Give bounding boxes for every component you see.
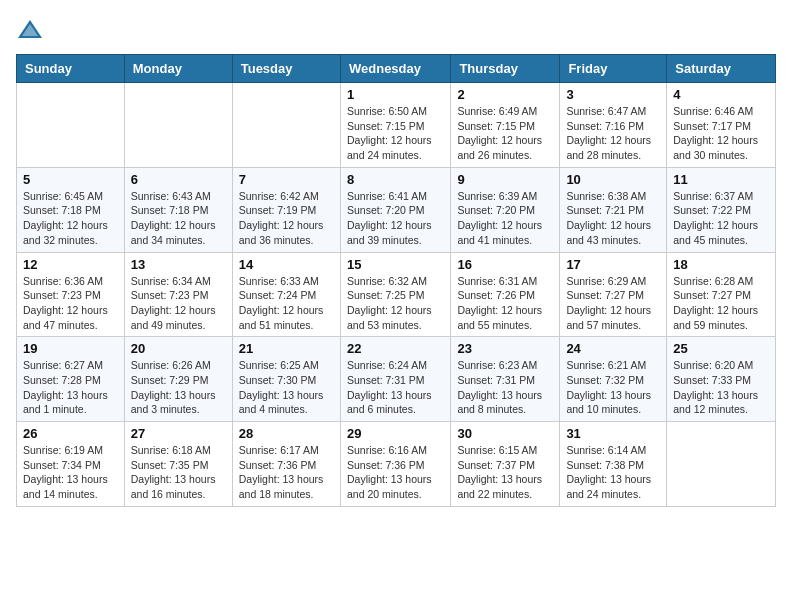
- day-number: 10: [566, 172, 660, 187]
- day-number: 27: [131, 426, 226, 441]
- calendar-cell: [17, 83, 125, 168]
- calendar-week-row: 19Sunrise: 6:27 AM Sunset: 7:28 PM Dayli…: [17, 337, 776, 422]
- calendar-cell: 20Sunrise: 6:26 AM Sunset: 7:29 PM Dayli…: [124, 337, 232, 422]
- calendar-cell: 17Sunrise: 6:29 AM Sunset: 7:27 PM Dayli…: [560, 252, 667, 337]
- day-number: 8: [347, 172, 444, 187]
- day-info: Sunrise: 6:50 AM Sunset: 7:15 PM Dayligh…: [347, 104, 444, 163]
- day-info: Sunrise: 6:18 AM Sunset: 7:35 PM Dayligh…: [131, 443, 226, 502]
- calendar-cell: 23Sunrise: 6:23 AM Sunset: 7:31 PM Dayli…: [451, 337, 560, 422]
- calendar-cell: 31Sunrise: 6:14 AM Sunset: 7:38 PM Dayli…: [560, 422, 667, 507]
- calendar-week-row: 5Sunrise: 6:45 AM Sunset: 7:18 PM Daylig…: [17, 167, 776, 252]
- logo-icon: [16, 16, 44, 44]
- day-number: 24: [566, 341, 660, 356]
- day-number: 22: [347, 341, 444, 356]
- weekday-header-thursday: Thursday: [451, 55, 560, 83]
- day-number: 3: [566, 87, 660, 102]
- calendar-cell: 6Sunrise: 6:43 AM Sunset: 7:18 PM Daylig…: [124, 167, 232, 252]
- weekday-header-wednesday: Wednesday: [340, 55, 450, 83]
- weekday-header-row: SundayMondayTuesdayWednesdayThursdayFrid…: [17, 55, 776, 83]
- calendar-cell: 30Sunrise: 6:15 AM Sunset: 7:37 PM Dayli…: [451, 422, 560, 507]
- day-info: Sunrise: 6:24 AM Sunset: 7:31 PM Dayligh…: [347, 358, 444, 417]
- day-number: 4: [673, 87, 769, 102]
- calendar-week-row: 12Sunrise: 6:36 AM Sunset: 7:23 PM Dayli…: [17, 252, 776, 337]
- calendar-cell: 5Sunrise: 6:45 AM Sunset: 7:18 PM Daylig…: [17, 167, 125, 252]
- weekday-header-tuesday: Tuesday: [232, 55, 340, 83]
- calendar-cell: 28Sunrise: 6:17 AM Sunset: 7:36 PM Dayli…: [232, 422, 340, 507]
- calendar-cell: 27Sunrise: 6:18 AM Sunset: 7:35 PM Dayli…: [124, 422, 232, 507]
- day-info: Sunrise: 6:20 AM Sunset: 7:33 PM Dayligh…: [673, 358, 769, 417]
- day-info: Sunrise: 6:43 AM Sunset: 7:18 PM Dayligh…: [131, 189, 226, 248]
- day-number: 26: [23, 426, 118, 441]
- calendar-cell: [124, 83, 232, 168]
- calendar-cell: [232, 83, 340, 168]
- calendar-cell: 4Sunrise: 6:46 AM Sunset: 7:17 PM Daylig…: [667, 83, 776, 168]
- calendar-week-row: 1Sunrise: 6:50 AM Sunset: 7:15 PM Daylig…: [17, 83, 776, 168]
- day-number: 25: [673, 341, 769, 356]
- day-info: Sunrise: 6:15 AM Sunset: 7:37 PM Dayligh…: [457, 443, 553, 502]
- day-info: Sunrise: 6:27 AM Sunset: 7:28 PM Dayligh…: [23, 358, 118, 417]
- day-info: Sunrise: 6:16 AM Sunset: 7:36 PM Dayligh…: [347, 443, 444, 502]
- calendar-cell: 11Sunrise: 6:37 AM Sunset: 7:22 PM Dayli…: [667, 167, 776, 252]
- calendar-cell: 9Sunrise: 6:39 AM Sunset: 7:20 PM Daylig…: [451, 167, 560, 252]
- day-info: Sunrise: 6:41 AM Sunset: 7:20 PM Dayligh…: [347, 189, 444, 248]
- day-number: 6: [131, 172, 226, 187]
- calendar-cell: 1Sunrise: 6:50 AM Sunset: 7:15 PM Daylig…: [340, 83, 450, 168]
- day-number: 29: [347, 426, 444, 441]
- day-number: 11: [673, 172, 769, 187]
- day-info: Sunrise: 6:21 AM Sunset: 7:32 PM Dayligh…: [566, 358, 660, 417]
- weekday-header-sunday: Sunday: [17, 55, 125, 83]
- day-number: 30: [457, 426, 553, 441]
- weekday-header-monday: Monday: [124, 55, 232, 83]
- page: SundayMondayTuesdayWednesdayThursdayFrid…: [0, 0, 792, 612]
- day-info: Sunrise: 6:33 AM Sunset: 7:24 PM Dayligh…: [239, 274, 334, 333]
- day-info: Sunrise: 6:37 AM Sunset: 7:22 PM Dayligh…: [673, 189, 769, 248]
- calendar-cell: [667, 422, 776, 507]
- calendar-cell: 8Sunrise: 6:41 AM Sunset: 7:20 PM Daylig…: [340, 167, 450, 252]
- day-number: 19: [23, 341, 118, 356]
- day-info: Sunrise: 6:31 AM Sunset: 7:26 PM Dayligh…: [457, 274, 553, 333]
- day-info: Sunrise: 6:38 AM Sunset: 7:21 PM Dayligh…: [566, 189, 660, 248]
- day-number: 5: [23, 172, 118, 187]
- calendar-week-row: 26Sunrise: 6:19 AM Sunset: 7:34 PM Dayli…: [17, 422, 776, 507]
- day-info: Sunrise: 6:42 AM Sunset: 7:19 PM Dayligh…: [239, 189, 334, 248]
- day-number: 28: [239, 426, 334, 441]
- calendar-cell: 7Sunrise: 6:42 AM Sunset: 7:19 PM Daylig…: [232, 167, 340, 252]
- calendar-cell: 14Sunrise: 6:33 AM Sunset: 7:24 PM Dayli…: [232, 252, 340, 337]
- day-info: Sunrise: 6:36 AM Sunset: 7:23 PM Dayligh…: [23, 274, 118, 333]
- calendar-cell: 2Sunrise: 6:49 AM Sunset: 7:15 PM Daylig…: [451, 83, 560, 168]
- calendar-cell: 15Sunrise: 6:32 AM Sunset: 7:25 PM Dayli…: [340, 252, 450, 337]
- day-info: Sunrise: 6:49 AM Sunset: 7:15 PM Dayligh…: [457, 104, 553, 163]
- day-number: 14: [239, 257, 334, 272]
- day-number: 7: [239, 172, 334, 187]
- calendar-cell: 12Sunrise: 6:36 AM Sunset: 7:23 PM Dayli…: [17, 252, 125, 337]
- day-info: Sunrise: 6:34 AM Sunset: 7:23 PM Dayligh…: [131, 274, 226, 333]
- calendar-cell: 3Sunrise: 6:47 AM Sunset: 7:16 PM Daylig…: [560, 83, 667, 168]
- calendar-cell: 29Sunrise: 6:16 AM Sunset: 7:36 PM Dayli…: [340, 422, 450, 507]
- day-info: Sunrise: 6:23 AM Sunset: 7:31 PM Dayligh…: [457, 358, 553, 417]
- day-number: 31: [566, 426, 660, 441]
- day-info: Sunrise: 6:17 AM Sunset: 7:36 PM Dayligh…: [239, 443, 334, 502]
- calendar-cell: 26Sunrise: 6:19 AM Sunset: 7:34 PM Dayli…: [17, 422, 125, 507]
- day-info: Sunrise: 6:28 AM Sunset: 7:27 PM Dayligh…: [673, 274, 769, 333]
- day-number: 20: [131, 341, 226, 356]
- day-info: Sunrise: 6:29 AM Sunset: 7:27 PM Dayligh…: [566, 274, 660, 333]
- day-number: 12: [23, 257, 118, 272]
- day-info: Sunrise: 6:45 AM Sunset: 7:18 PM Dayligh…: [23, 189, 118, 248]
- calendar-table: SundayMondayTuesdayWednesdayThursdayFrid…: [16, 54, 776, 507]
- day-number: 15: [347, 257, 444, 272]
- calendar-cell: 13Sunrise: 6:34 AM Sunset: 7:23 PM Dayli…: [124, 252, 232, 337]
- weekday-header-saturday: Saturday: [667, 55, 776, 83]
- calendar-cell: 21Sunrise: 6:25 AM Sunset: 7:30 PM Dayli…: [232, 337, 340, 422]
- calendar-cell: 24Sunrise: 6:21 AM Sunset: 7:32 PM Dayli…: [560, 337, 667, 422]
- day-number: 23: [457, 341, 553, 356]
- calendar-cell: 10Sunrise: 6:38 AM Sunset: 7:21 PM Dayli…: [560, 167, 667, 252]
- day-info: Sunrise: 6:25 AM Sunset: 7:30 PM Dayligh…: [239, 358, 334, 417]
- logo: [16, 16, 48, 44]
- day-number: 9: [457, 172, 553, 187]
- calendar-cell: 25Sunrise: 6:20 AM Sunset: 7:33 PM Dayli…: [667, 337, 776, 422]
- calendar-cell: 18Sunrise: 6:28 AM Sunset: 7:27 PM Dayli…: [667, 252, 776, 337]
- day-number: 1: [347, 87, 444, 102]
- calendar-cell: 22Sunrise: 6:24 AM Sunset: 7:31 PM Dayli…: [340, 337, 450, 422]
- day-number: 13: [131, 257, 226, 272]
- header: [16, 16, 776, 44]
